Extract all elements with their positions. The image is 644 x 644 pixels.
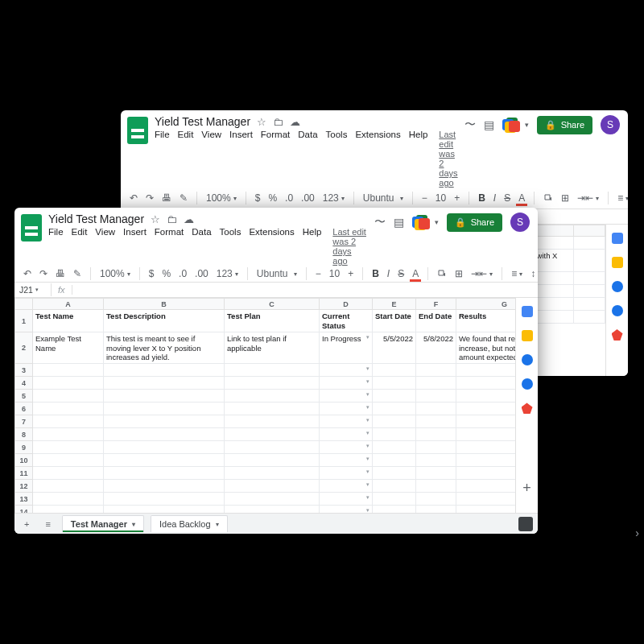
activity-icon[interactable]: 〜 xyxy=(374,215,386,229)
cell[interactable]: Test Name xyxy=(33,310,104,332)
menu-insert[interactable]: Insert xyxy=(123,227,147,266)
keep-icon[interactable] xyxy=(522,330,533,341)
comments-icon[interactable]: ▤ xyxy=(394,216,404,229)
star-icon[interactable]: ☆ xyxy=(151,213,160,225)
chevron-down-icon[interactable]: ▾ xyxy=(216,521,219,528)
format-currency[interactable]: $ xyxy=(147,266,157,281)
cell[interactable]: 5/8/2022 xyxy=(416,332,456,364)
menu-data[interactable]: Data xyxy=(298,130,317,188)
menu-tools[interactable]: Tools xyxy=(220,227,242,266)
menu-edit[interactable]: Edit xyxy=(72,227,88,266)
chevron-down-icon[interactable]: ▾ xyxy=(132,521,135,528)
font-size-increase[interactable]: + xyxy=(345,266,356,281)
fill-color-button[interactable] xyxy=(541,192,555,204)
col-header[interactable]: A xyxy=(33,299,104,310)
bold-button[interactable]: B xyxy=(476,191,488,205)
meet-icon[interactable] xyxy=(502,118,520,132)
text-color-button[interactable]: A xyxy=(516,191,527,205)
menu-help[interactable]: Help xyxy=(409,130,428,188)
cell[interactable]: Start Date xyxy=(373,310,416,332)
v-align-button[interactable]: ↕▾ xyxy=(528,266,538,281)
font-select[interactable]: Ubuntu▾ xyxy=(361,191,406,205)
cloud-status-icon[interactable]: ☁ xyxy=(184,213,194,225)
add-addon-icon[interactable]: + xyxy=(522,480,531,497)
menu-data[interactable]: Data xyxy=(192,227,211,266)
merge-button[interactable]: ⇥⇤▾ xyxy=(575,191,601,205)
menu-help[interactable]: Help xyxy=(303,227,322,266)
row-header[interactable]: 2 xyxy=(15,332,33,364)
font-size-increase[interactable]: + xyxy=(452,191,462,205)
fill-color-button[interactable] xyxy=(435,267,449,280)
cell[interactable]: Test Plan xyxy=(225,310,320,332)
avatar[interactable]: S xyxy=(510,213,530,232)
redo-icon[interactable]: ↷ xyxy=(37,266,50,281)
italic-button[interactable]: I xyxy=(491,191,498,205)
last-edit-link[interactable]: Last edit was 2 days ago xyxy=(332,227,367,266)
bold-button[interactable]: B xyxy=(369,266,382,281)
cell[interactable]: We found that revenue did increase, but … xyxy=(456,332,516,364)
font-select[interactable]: Ubuntu▾ xyxy=(254,266,299,281)
menu-file[interactable]: File xyxy=(155,130,170,188)
dropdown-caret-icon[interactable]: ▾ xyxy=(366,334,369,341)
strike-button[interactable]: S xyxy=(395,266,407,281)
last-edit-link[interactable]: Last edit was 2 days ago xyxy=(439,130,457,188)
col-header[interactable]: G xyxy=(456,299,516,310)
menu-view[interactable]: View xyxy=(95,227,115,266)
cell[interactable]: Results xyxy=(456,310,516,332)
tasks-icon[interactable] xyxy=(612,281,623,292)
cell[interactable]: Link to test plan if applicable xyxy=(225,332,320,364)
font-size[interactable]: 10 xyxy=(327,266,342,281)
cell[interactable]: End Date xyxy=(416,310,456,332)
cell[interactable]: Example Test Name xyxy=(33,332,104,364)
share-button[interactable]: 🔒Share xyxy=(537,116,592,134)
undo-icon[interactable]: ↶ xyxy=(21,266,34,281)
contacts-icon[interactable] xyxy=(612,305,623,316)
h-align-button[interactable]: ≡▾ xyxy=(509,266,525,281)
calendar-icon[interactable] xyxy=(612,233,623,244)
col-header[interactable]: C xyxy=(225,299,320,310)
font-size-decrease[interactable]: − xyxy=(419,191,430,205)
menu-edit[interactable]: Edit xyxy=(178,130,194,188)
cell[interactable]: This test is meant to see if moving leve… xyxy=(104,332,225,364)
paint-format-icon[interactable]: ✎ xyxy=(71,266,84,281)
formula-input[interactable] xyxy=(72,283,538,297)
sheets-logo-icon[interactable] xyxy=(127,117,148,144)
maps-icon[interactable] xyxy=(522,402,533,414)
increase-decimal[interactable]: .00 xyxy=(192,266,211,281)
avatar[interactable]: S xyxy=(601,115,620,134)
decrease-decimal[interactable]: .0 xyxy=(283,191,295,205)
cloud-status-icon[interactable]: ☁ xyxy=(290,116,300,128)
menu-extensions[interactable]: Extensions xyxy=(355,130,400,188)
share-button[interactable]: 🔒Share xyxy=(447,213,502,232)
borders-button[interactable]: ⊞ xyxy=(559,191,572,205)
cell[interactable]: Test Description xyxy=(104,310,225,332)
move-icon[interactable]: 🗀 xyxy=(167,213,177,225)
format-percent[interactable]: % xyxy=(159,266,173,281)
print-icon[interactable]: 🖶 xyxy=(159,191,174,205)
sheet-tab[interactable]: Idea Backlog▾ xyxy=(151,515,228,532)
font-size-decrease[interactable]: − xyxy=(313,266,324,281)
name-box[interactable]: J21▾ xyxy=(14,283,52,296)
font-size[interactable]: 10 xyxy=(433,191,448,205)
collapse-side-panel-icon[interactable]: › xyxy=(635,526,639,539)
activity-icon[interactable]: 〜 xyxy=(464,118,476,132)
cell[interactable] xyxy=(574,237,605,250)
cell[interactable]: 5/5/2022 xyxy=(373,332,416,364)
move-icon[interactable]: 🗀 xyxy=(273,116,283,128)
maps-icon[interactable] xyxy=(612,329,623,341)
italic-button[interactable]: I xyxy=(385,266,392,281)
merge-button[interactable]: ⇥⇤▾ xyxy=(469,266,495,281)
explore-button[interactable] xyxy=(518,517,533,531)
menu-view[interactable]: View xyxy=(201,130,221,188)
paint-format-icon[interactable]: ✎ xyxy=(177,191,190,205)
strike-button[interactable]: S xyxy=(502,191,513,205)
menu-file[interactable]: File xyxy=(48,227,64,266)
contacts-icon[interactable] xyxy=(522,378,533,390)
spreadsheet-grid[interactable]: A B C D E F G 1 Test Name Test Descripti… xyxy=(14,298,515,513)
menu-insert[interactable]: Insert xyxy=(229,130,253,188)
zoom-select[interactable]: 100%▾ xyxy=(204,191,239,205)
zoom-select[interactable]: 100%▾ xyxy=(97,266,133,281)
select-all-corner[interactable] xyxy=(15,299,33,310)
h-align-button[interactable]: ≡▾ xyxy=(615,191,628,205)
menu-tools[interactable]: Tools xyxy=(326,130,348,188)
